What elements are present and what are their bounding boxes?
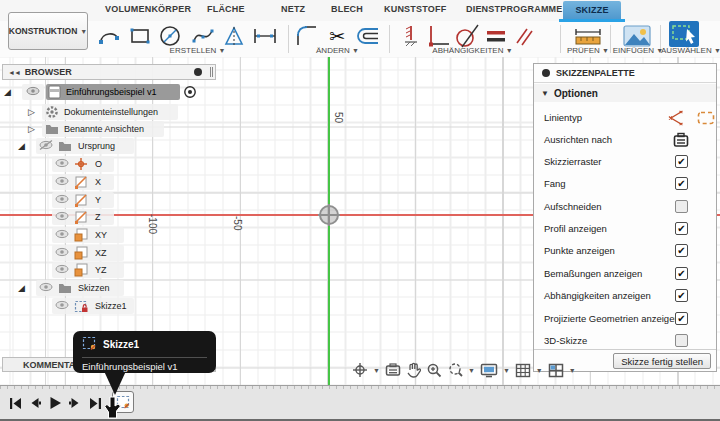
tab-dienstprogramme[interactable]: DIENSTPROGRAMME (466, 4, 563, 19)
group-label-pruefen[interactable]: PRÜFEN ▼ (560, 46, 616, 56)
tree-item-label[interactable]: Z (95, 212, 101, 222)
checkbox-profil-anzeigen[interactable] (675, 222, 688, 235)
tree-item-x-axis[interactable]: X (0, 174, 216, 191)
visibility-eye-icon[interactable] (55, 157, 69, 171)
checkbox-3d-skizze[interactable] (675, 334, 688, 347)
zoom-window-icon[interactable] (447, 362, 463, 378)
tangent-constraint-icon[interactable] (454, 24, 480, 48)
step-back-icon[interactable] (28, 396, 42, 410)
visibility-eye-icon[interactable] (55, 228, 69, 242)
checkbox-skizzierraster[interactable] (675, 155, 688, 168)
tree-item-root-component[interactable]: ◢ Einführungsbeispiel v1 (0, 84, 216, 101)
go-to-start-icon[interactable] (8, 396, 22, 410)
select-icon[interactable] (668, 21, 700, 47)
palette-header[interactable]: SKIZZENPALETTE (534, 64, 716, 83)
expanded-triangle-icon[interactable]: ◢ (18, 283, 25, 293)
collapse-chevrons-icon[interactable]: ◄◄ (8, 69, 20, 76)
expanded-triangle-icon[interactable]: ◢ (18, 141, 25, 151)
tree-item-label[interactable]: Dokumenteinstellungen (64, 107, 158, 117)
fillet-icon[interactable] (294, 24, 320, 48)
checkbox-fang[interactable] (675, 177, 688, 190)
go-to-end-icon[interactable] (88, 396, 102, 410)
panel-dot-icon[interactable] (542, 69, 550, 77)
tree-item-benannte-ansichten[interactable]: ▷ Benannte Ansichten (0, 121, 216, 138)
group-label-aendern[interactable]: ÄNDERN ▼ (300, 46, 375, 56)
trim-scissors-icon[interactable]: ✂ (324, 24, 350, 48)
chevron-down-icon[interactable]: ▼ (536, 367, 543, 374)
group-label-erstellen[interactable]: ERSTELLEN ▼ (150, 46, 245, 56)
browser-panel-header[interactable]: ◄◄ BROWSER (2, 64, 216, 80)
linetype-spline-icon[interactable] (667, 110, 684, 130)
orbit-icon[interactable] (352, 362, 368, 378)
tree-item-label[interactable]: YZ (95, 265, 107, 275)
visibility-eye-icon[interactable] (55, 175, 69, 189)
konstruktion-dropdown-button[interactable]: KONSTRUKTION ▼ (8, 12, 88, 50)
origin-marker[interactable] (319, 205, 339, 225)
collapsed-triangle-icon[interactable]: ▷ (28, 124, 35, 134)
tree-item-dokumenteinstellungen[interactable]: ▷ Dokumenteinstellungen (0, 104, 216, 121)
parallel-constraint-icon[interactable] (511, 24, 537, 48)
tab-netz[interactable]: NETZ (281, 4, 305, 19)
viewports-icon[interactable] (548, 363, 564, 378)
expanded-triangle-icon[interactable]: ◢ (4, 87, 11, 97)
tree-item-label[interactable]: Skizzen (78, 283, 110, 293)
tree-item-skizzen-folder[interactable]: ◢ Skizzen (0, 280, 216, 297)
tree-item-label[interactable]: XZ (95, 248, 107, 258)
visibility-eye-icon[interactable] (55, 299, 69, 313)
spline-icon[interactable] (190, 24, 216, 48)
play-icon[interactable] (48, 396, 62, 410)
measure-icon[interactable] (572, 24, 604, 48)
mirror-icon[interactable] (221, 24, 247, 48)
tree-item-skizze1[interactable]: Skizze1 (0, 298, 216, 315)
tree-item-label[interactable]: XY (95, 230, 107, 240)
grid-settings-icon[interactable] (515, 363, 531, 378)
equal-constraint-icon[interactable] (483, 24, 509, 48)
chevron-down-icon[interactable]: ▼ (569, 367, 576, 374)
checkbox-projizierte-geometrien[interactable] (675, 312, 688, 325)
tree-item-y-axis[interactable]: Y (0, 192, 216, 209)
checkbox-aufschneiden[interactable] (675, 200, 688, 213)
display-settings-icon[interactable] (480, 363, 498, 378)
look-at-icon[interactable] (385, 363, 401, 377)
group-label-auswaehlen[interactable]: AUSWÄHLEN ▼ (661, 46, 720, 56)
checkbox-bemassungen-anzeigen[interactable] (675, 267, 688, 280)
visibility-eye-icon[interactable] (26, 85, 40, 99)
finish-sketch-button[interactable]: Skizze fertig stellen (613, 353, 711, 369)
insert-image-icon[interactable] (622, 24, 652, 48)
tree-item-z-axis[interactable]: Z (0, 209, 216, 226)
dimension-icon[interactable] (252, 24, 278, 48)
tab-volumenkoerper[interactable]: VOLUMENKÖRPER (105, 4, 191, 19)
checkbox-abhaengigkeiten-anzeigen[interactable] (675, 289, 688, 302)
rectangle-icon[interactable] (127, 24, 153, 48)
chevron-down-icon[interactable]: ▼ (503, 367, 510, 374)
visibility-eye-icon[interactable] (55, 246, 69, 260)
tree-item-label[interactable]: X (95, 177, 101, 187)
tab-blech[interactable]: BLECH (331, 4, 363, 19)
step-forward-icon[interactable] (68, 396, 82, 410)
panel-resize-grip[interactable] (210, 67, 213, 77)
group-label-einfuegen[interactable]: EINFÜGEN ▼ (611, 46, 665, 56)
linetype-construction-icon[interactable] (697, 111, 715, 129)
panel-dot-icon[interactable] (194, 68, 202, 76)
visibility-eye-icon[interactable] (55, 263, 69, 277)
align-to-grid-icon[interactable] (673, 132, 689, 152)
circle-icon[interactable] (157, 24, 183, 48)
tree-item-origin-point[interactable]: O (0, 156, 216, 173)
line-icon[interactable] (96, 24, 122, 48)
tree-item-label[interactable]: Y (95, 195, 101, 205)
perpendicular-constraint-icon[interactable] (426, 24, 452, 48)
checkbox-punkte-anzeigen[interactable] (675, 244, 688, 257)
offset-icon[interactable] (354, 24, 380, 48)
tree-item-label[interactable]: Ursprung (78, 141, 115, 151)
tree-item-label[interactable]: Einführungsbeispiel v1 (66, 87, 157, 97)
visibility-eye-icon[interactable] (55, 210, 69, 224)
chevron-down-icon[interactable]: ▼ (468, 367, 475, 374)
collapsed-triangle-icon[interactable]: ▷ (28, 107, 35, 117)
tree-item-xz-plane[interactable]: XZ (0, 245, 216, 262)
tree-item-ursprung[interactable]: ◢ Ursprung (0, 138, 216, 155)
options-section-header[interactable]: ▼ Optionen (534, 84, 716, 102)
pan-icon[interactable] (406, 362, 421, 378)
tab-kunststoff[interactable]: KUNSTSTOFF (384, 4, 446, 19)
tab-flaeche[interactable]: FLÄCHE (207, 4, 245, 19)
tree-item-label[interactable]: O (95, 159, 102, 169)
